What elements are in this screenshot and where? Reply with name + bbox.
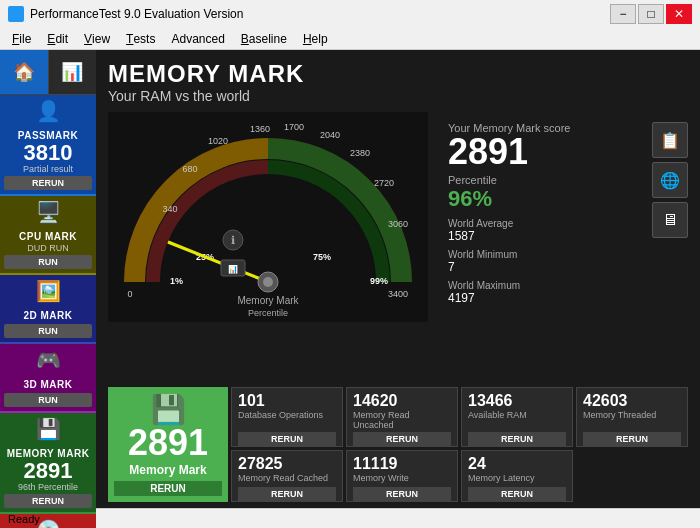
- main-metric-label: Memory Mark: [129, 463, 206, 477]
- menu-edit[interactable]: Edit: [39, 28, 76, 49]
- cpu-sub: DUD RUN: [0, 243, 96, 253]
- score-panel: Your Memory Mark score 2891 Percentile 9…: [438, 112, 688, 381]
- 3d-icon: 🎮: [0, 344, 96, 376]
- maximize-button[interactable]: □: [638, 4, 664, 24]
- page-subtitle: Your RAM vs the world: [108, 88, 688, 104]
- memory-icon: 💾: [0, 413, 96, 445]
- mem-write-label: Memory Write: [353, 473, 451, 485]
- menu-baseline[interactable]: Baseline: [233, 28, 295, 49]
- export-icon-button[interactable]: 📋: [652, 122, 688, 158]
- metric-mem-write: 11119 Memory Write RERUN: [346, 450, 458, 502]
- stat-value-min: 7: [448, 260, 644, 274]
- title-bar: PerformanceTest 9.0 Evaluation Version −…: [0, 0, 700, 28]
- menu-help[interactable]: Help: [295, 28, 336, 49]
- info-icon-button[interactable]: 📊: [49, 50, 97, 94]
- passmark-sub: Partial result: [0, 164, 96, 174]
- db-ops-value: 101: [238, 392, 336, 410]
- mem-threaded-value: 42603: [583, 392, 681, 410]
- metrics-grid: 💾 2891 Memory Mark RERUN 101 Database Op…: [108, 387, 688, 502]
- svg-text:ℹ: ℹ: [231, 234, 235, 246]
- cpu-run[interactable]: RUN: [4, 255, 92, 269]
- mem-threaded-rerun[interactable]: RERUN: [583, 432, 681, 446]
- gauge-container: 0 340 680 1020 1360 1700 2040 2380: [108, 112, 428, 322]
- metric-mem-read-uncached: 14620 Memory Read Uncached RERUN: [346, 387, 458, 447]
- mem-latency-label: Memory Latency: [468, 473, 566, 485]
- main-rerun-button[interactable]: RERUN: [114, 481, 222, 496]
- menu-tests[interactable]: Tests: [118, 28, 163, 49]
- sidebar-2d[interactable]: 🖼️ 2D MARK RUN: [0, 275, 96, 344]
- mem-read-uncached-value: 14620: [353, 392, 451, 410]
- svg-text:Memory Mark: Memory Mark: [237, 295, 299, 306]
- status-bar: Ready: [0, 508, 700, 528]
- svg-text:1360: 1360: [250, 124, 270, 134]
- metric-mem-latency: 24 Memory Latency RERUN: [461, 450, 573, 502]
- metric-empty: [576, 450, 688, 502]
- svg-text:📊: 📊: [228, 264, 238, 274]
- svg-text:2380: 2380: [350, 148, 370, 158]
- stat-world-max: World Maximum 4197: [448, 280, 644, 305]
- compare-icon-button[interactable]: 🖥: [652, 202, 688, 238]
- gauge-svg: 0 340 680 1020 1360 1700 2040 2380: [108, 112, 428, 322]
- mem-latency-rerun[interactable]: RERUN: [468, 487, 566, 501]
- sidebar-memory[interactable]: 💾 MEMORY MARK 2891 96th Percentile RERUN: [0, 413, 96, 514]
- svg-text:3060: 3060: [388, 219, 408, 229]
- svg-point-19: [263, 277, 273, 287]
- svg-text:2040: 2040: [320, 130, 340, 140]
- close-button[interactable]: ✕: [666, 4, 692, 24]
- memory-chip-icon: 💾: [151, 393, 186, 426]
- sidebar-cpu[interactable]: 🖥️ CPU MARK DUD RUN RUN: [0, 196, 96, 275]
- globe-icon-button[interactable]: 🌐: [652, 162, 688, 198]
- mem-write-rerun[interactable]: RERUN: [353, 487, 451, 501]
- home-icon-button[interactable]: 🏠: [0, 50, 49, 94]
- window-controls: − □ ✕: [610, 4, 692, 24]
- metric-mem-read-cached: 27825 Memory Read Cached RERUN: [231, 450, 343, 502]
- mem-read-cached-label: Memory Read Cached: [238, 473, 336, 485]
- metric-avail-ram: 13466 Available RAM RERUN: [461, 387, 573, 447]
- gauge-section: 0 340 680 1020 1360 1700 2040 2380: [108, 112, 688, 381]
- 2d-icon: 🖼️: [0, 275, 96, 307]
- memory-rerun[interactable]: RERUN: [4, 494, 92, 508]
- mem-latency-value: 24: [468, 455, 566, 473]
- score-icons: 📋 🌐 🖥: [652, 122, 688, 238]
- avail-ram-rerun[interactable]: RERUN: [468, 432, 566, 446]
- menu-bar: File Edit View Tests Advanced Baseline H…: [0, 28, 700, 50]
- metric-db-ops: 101 Database Operations RERUN: [231, 387, 343, 447]
- metric-main-memory: 💾 2891 Memory Mark RERUN: [108, 387, 228, 502]
- app-icon: [8, 6, 24, 22]
- svg-text:3400: 3400: [388, 289, 408, 299]
- avail-ram-value: 13466: [468, 392, 566, 410]
- 2d-run[interactable]: RUN: [4, 324, 92, 338]
- page-title: MEMORY MARK: [108, 60, 688, 88]
- cpu-icon: 🖥️: [0, 196, 96, 228]
- svg-text:1700: 1700: [284, 122, 304, 132]
- minimize-button[interactable]: −: [610, 4, 636, 24]
- stat-label-average: World Average: [448, 218, 644, 229]
- sidebar-passmark[interactable]: 👤 PASSMARK 3810 Partial result RERUN: [0, 95, 96, 196]
- svg-text:Percentile: Percentile: [248, 308, 288, 318]
- content-area: MEMORY MARK Your RAM vs the world: [96, 50, 700, 508]
- menu-view[interactable]: View: [76, 28, 118, 49]
- cpu-label: CPU MARK: [0, 228, 96, 243]
- stat-value-max: 4197: [448, 291, 644, 305]
- passmark-rerun[interactable]: RERUN: [4, 176, 92, 190]
- passmark-value: 3810: [0, 142, 96, 164]
- svg-text:1%: 1%: [170, 276, 183, 286]
- stat-label-min: World Minimum: [448, 249, 644, 260]
- svg-text:0: 0: [127, 289, 132, 299]
- svg-text:75%: 75%: [313, 252, 331, 262]
- menu-advanced[interactable]: Advanced: [163, 28, 232, 49]
- passmark-icon: 👤: [0, 95, 96, 127]
- main-container: 🏠 📊 👤 PASSMARK 3810 Partial result RERUN…: [0, 50, 700, 508]
- svg-text:1020: 1020: [208, 136, 228, 146]
- menu-file[interactable]: File: [4, 28, 39, 49]
- percentile-value: 96%: [448, 186, 644, 212]
- avail-ram-label: Available RAM: [468, 410, 566, 430]
- 3d-run[interactable]: RUN: [4, 393, 92, 407]
- memory-sub: 96th Percentile: [0, 482, 96, 492]
- mem-read-cached-rerun[interactable]: RERUN: [238, 487, 336, 501]
- mem-read-uncached-rerun[interactable]: RERUN: [353, 432, 451, 446]
- main-metric-value: 2891: [128, 425, 208, 461]
- mem-read-uncached-label: Memory Read Uncached: [353, 410, 451, 430]
- sidebar-3d[interactable]: 🎮 3D MARK RUN: [0, 344, 96, 413]
- db-ops-rerun[interactable]: RERUN: [238, 432, 336, 446]
